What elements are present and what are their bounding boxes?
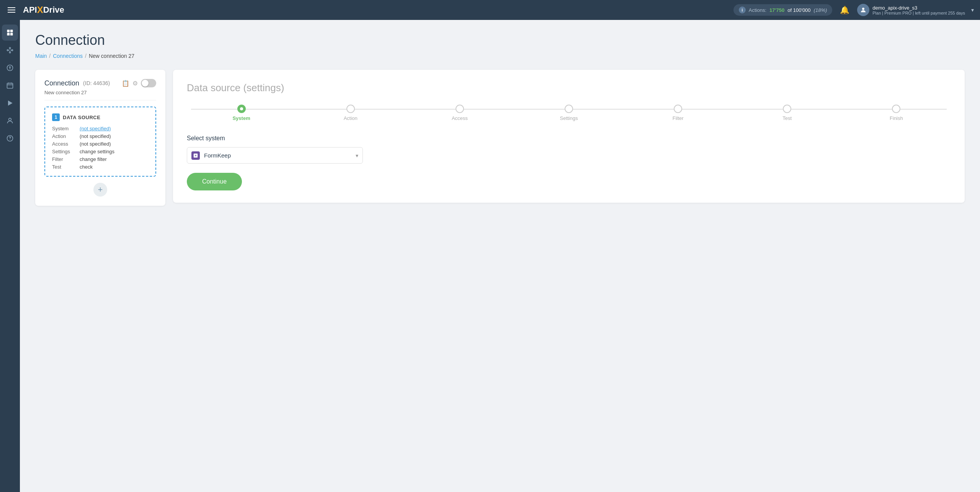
step-dot-finish	[892, 105, 900, 113]
svg-rect-1	[7, 30, 10, 33]
svg-marker-20	[8, 100, 13, 105]
step-test: Test	[733, 105, 842, 121]
datasource-box: 1 DATA SOURCE System (not specified) Act…	[44, 107, 156, 177]
sidebar-item-help[interactable]	[2, 130, 18, 146]
logo-api: API	[23, 5, 37, 15]
svg-rect-2	[10, 30, 13, 33]
svg-point-5	[7, 49, 8, 51]
card-icons: 📋 ⚙	[122, 79, 156, 87]
system-select[interactable]: FormKeep	[187, 147, 363, 164]
sidebar-item-profile[interactable]	[2, 113, 18, 129]
step-system: System	[187, 105, 296, 121]
copy-icon[interactable]: 📋	[122, 80, 129, 87]
datasource-rows: System (not specified) Action (not speci…	[52, 126, 149, 170]
stepper: System Action Access Settings	[187, 105, 951, 121]
main-content: Connection Main / Connections / New conn…	[20, 20, 980, 492]
logo-x: X	[37, 5, 43, 15]
logo: APIXDrive	[23, 5, 64, 15]
step-finish: Finish	[842, 105, 951, 121]
connection-title: Connection	[44, 79, 79, 87]
step-dot-filter	[674, 105, 682, 113]
system-select-wrapper: FormKeep ▾	[187, 147, 363, 164]
continue-button[interactable]: Continue	[187, 173, 242, 190]
actions-pct: (18%)	[814, 7, 827, 13]
breadcrumb-main[interactable]: Main	[35, 53, 47, 59]
sidebar-item-dashboard[interactable]	[2, 25, 18, 41]
step-filter: Filter	[624, 105, 733, 121]
add-datasource-button[interactable]: +	[93, 183, 107, 197]
ds-label-system: System	[52, 126, 77, 131]
ds-value-settings: change settings	[80, 149, 114, 154]
user-menu[interactable]: demo_apix-drive_s3 Plan | Premium PRO | …	[857, 4, 965, 16]
connection-toggle[interactable]	[141, 79, 156, 87]
connection-name: New connection 27	[44, 90, 156, 100]
step-dot-access	[456, 105, 464, 113]
ds-value-filter: change filter	[80, 156, 107, 162]
step-label-filter: Filter	[673, 115, 684, 121]
ds-label-test: Test	[52, 164, 77, 170]
svg-point-21	[9, 118, 11, 121]
step-dot-action	[346, 105, 355, 113]
ds-label-settings: Settings	[52, 149, 77, 154]
left-card: Connection (ID: 44636) 📋 ⚙ New connectio…	[35, 70, 165, 206]
step-label-settings: Settings	[560, 115, 578, 121]
cards-row: Connection (ID: 44636) 📋 ⚙ New connectio…	[35, 70, 965, 206]
sidebar-item-media[interactable]	[2, 95, 18, 111]
user-chevron-icon[interactable]: ▾	[971, 7, 974, 13]
right-card-title-sub: (settings)	[243, 82, 284, 93]
ds-value-test: check	[80, 164, 93, 170]
step-settings: Settings	[514, 105, 623, 121]
hamburger-button[interactable]	[6, 6, 17, 14]
step-label-access: Access	[452, 115, 468, 121]
username: demo_apix-drive_s3	[872, 5, 965, 11]
datasource-number: 1	[52, 113, 60, 121]
sidebar-item-tasks[interactable]	[2, 77, 18, 93]
svg-point-0	[862, 8, 864, 10]
sidebar-item-billing[interactable]	[2, 60, 18, 76]
formkeep-icon	[191, 151, 200, 160]
step-label-finish: Finish	[890, 115, 903, 121]
ds-label-action: Action	[52, 133, 77, 139]
right-card: Data source (settings) System Action	[173, 70, 965, 203]
actions-of: of 100'000	[787, 7, 810, 13]
sidebar-item-connections[interactable]	[2, 42, 18, 58]
connection-id: (ID: 44636)	[83, 80, 110, 86]
svg-point-8	[9, 52, 10, 53]
info-icon: i	[739, 7, 746, 13]
right-card-title: Data source (settings)	[187, 82, 951, 94]
settings-icon[interactable]: ⚙	[132, 80, 138, 87]
ds-value-system[interactable]: (not specified)	[80, 126, 111, 131]
logo-drive: Drive	[43, 5, 64, 15]
main-layout: Connection Main / Connections / New conn…	[0, 20, 980, 492]
svg-rect-16	[7, 83, 13, 88]
svg-rect-4	[10, 33, 13, 36]
card-header: Connection (ID: 44636) 📋 ⚙	[44, 79, 156, 87]
step-dot-system	[237, 105, 246, 113]
datasource-title: DATA SOURCE	[63, 115, 100, 120]
breadcrumb-current: New connection 27	[89, 53, 134, 59]
step-access: Access	[405, 105, 514, 121]
breadcrumb: Main / Connections / New connection 27	[35, 53, 965, 59]
ds-label-access: Access	[52, 141, 77, 147]
actions-label: Actions:	[749, 7, 766, 13]
datasource-header: 1 DATA SOURCE	[52, 113, 149, 121]
ds-row-system: System (not specified)	[52, 126, 149, 131]
svg-rect-3	[7, 33, 10, 36]
step-label-test: Test	[782, 115, 792, 121]
breadcrumb-connections[interactable]: Connections	[53, 53, 83, 59]
ds-row-test: Test check	[52, 164, 149, 170]
ds-row-settings: Settings change settings	[52, 149, 149, 154]
select-system-label: Select system	[187, 135, 951, 142]
plan-info: Plan | Premium PRO | left until payment …	[872, 11, 965, 15]
breadcrumb-sep2: /	[85, 53, 87, 59]
step-dot-test	[783, 105, 791, 113]
actions-badge: i Actions: 17'750 of 100'000 (18%)	[733, 4, 833, 16]
ds-label-filter: Filter	[52, 156, 77, 162]
breadcrumb-sep1: /	[49, 53, 51, 59]
actions-count: 17'750	[769, 7, 784, 13]
bell-button[interactable]: 🔔	[838, 4, 851, 16]
ds-row-access: Access (not specified)	[52, 141, 149, 147]
step-dot-settings	[565, 105, 573, 113]
step-action: Action	[296, 105, 405, 121]
ds-value-access: (not specified)	[80, 141, 111, 147]
